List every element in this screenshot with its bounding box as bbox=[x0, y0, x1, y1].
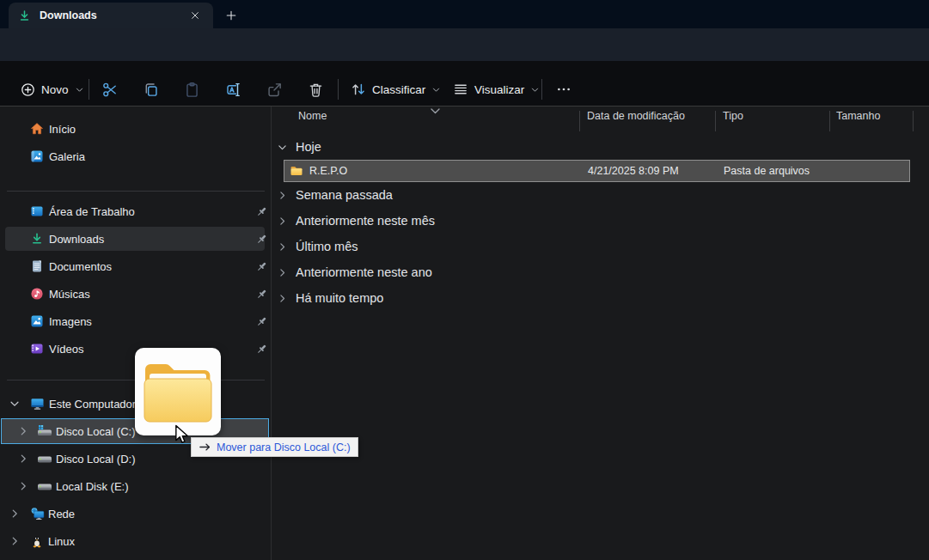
rename-button[interactable] bbox=[218, 78, 248, 100]
folder-icon bbox=[290, 164, 303, 178]
tab-close-icon[interactable] bbox=[186, 6, 205, 25]
list-lines-icon bbox=[453, 82, 468, 97]
scissors-icon bbox=[101, 82, 118, 98]
pin-icon bbox=[255, 343, 268, 356]
sidebar-item-downloads[interactable]: Downloads bbox=[0, 227, 271, 251]
sidebar-item-gallery[interactable]: Galeria bbox=[0, 144, 271, 168]
paste-button[interactable] bbox=[177, 78, 206, 100]
file-row-selected[interactable]: R.E.P.O 4/21/2025 8:09 PM Pasta de arqui… bbox=[284, 160, 910, 182]
sidebar-item-desktop[interactable]: Área de Trabalho bbox=[0, 199, 271, 223]
column-header-modified[interactable]: Data de modificação bbox=[587, 110, 685, 122]
chevron-down-icon bbox=[431, 85, 441, 94]
copy-icon bbox=[143, 82, 159, 98]
chevron-right-icon[interactable] bbox=[17, 425, 29, 437]
file-type: Pasta de arquivos bbox=[724, 165, 810, 177]
open-folder-icon bbox=[142, 357, 214, 426]
column-header-name[interactable]: Nome bbox=[298, 110, 327, 122]
file-modified: 4/21/2025 8:09 PM bbox=[588, 165, 679, 177]
share-button[interactable] bbox=[260, 78, 289, 100]
chevron-right-icon bbox=[277, 216, 288, 227]
system-drive-icon bbox=[37, 424, 52, 438]
music-icon bbox=[30, 287, 44, 301]
sort-arrows-icon bbox=[351, 82, 366, 97]
pictures-icon bbox=[30, 314, 44, 328]
file-name: R.E.P.O bbox=[309, 165, 347, 177]
tab-title: Downloads bbox=[40, 9, 97, 21]
delete-button[interactable] bbox=[301, 78, 330, 100]
group-header-last-month[interactable]: Último mês bbox=[277, 235, 358, 258]
view-button[interactable]: Visualizar bbox=[446, 78, 547, 100]
chevron-down-icon bbox=[277, 142, 288, 153]
file-explorer-window: Downloads Downloads bbox=[0, 0, 929, 560]
chevron-right-icon bbox=[277, 267, 288, 278]
sidebar-item-network[interactable]: Rede bbox=[0, 502, 271, 526]
linux-tux-icon bbox=[30, 534, 44, 548]
plus-circle-icon bbox=[21, 82, 35, 97]
network-icon bbox=[30, 507, 45, 520]
chevron-right-icon[interactable] bbox=[9, 535, 21, 547]
chevron-down-icon bbox=[530, 85, 540, 94]
toolbar-divider bbox=[541, 79, 542, 100]
trash-icon bbox=[308, 82, 324, 98]
drag-drop-tooltip: Mover para Disco Local (C:) bbox=[191, 437, 358, 457]
chevron-right-icon bbox=[277, 241, 288, 253]
column-divider[interactable] bbox=[829, 111, 830, 131]
chevron-right-icon[interactable] bbox=[17, 453, 29, 465]
sidebar-item-home[interactable]: Início bbox=[0, 117, 271, 141]
sidebar-content-divider bbox=[271, 107, 272, 560]
mouse-cursor bbox=[174, 424, 193, 445]
group-header-earlier-this-month[interactable]: Anteriormente neste mês bbox=[277, 210, 435, 232]
column-header-size[interactable]: Tamanho bbox=[836, 110, 880, 122]
videos-icon bbox=[30, 342, 44, 356]
column-divider[interactable] bbox=[913, 111, 914, 131]
group-header-earlier-this-year[interactable]: Anteriormente neste ano bbox=[277, 261, 432, 283]
column-divider[interactable] bbox=[579, 111, 580, 131]
new-tab-button[interactable] bbox=[220, 4, 242, 27]
chevron-down-icon[interactable] bbox=[9, 398, 21, 410]
sidebar-item-documents[interactable]: Documentos bbox=[0, 254, 271, 278]
sidebar-item-pictures[interactable]: Imagens bbox=[0, 309, 271, 333]
desktop-icon bbox=[30, 204, 44, 218]
clipboard-icon bbox=[184, 82, 200, 98]
drag-ghost bbox=[135, 348, 221, 435]
sidebar-item-music[interactable]: Músicas bbox=[0, 282, 271, 306]
move-arrow-icon bbox=[199, 441, 211, 453]
group-header-long-ago[interactable]: Há muito tempo bbox=[277, 287, 383, 309]
sort-button[interactable]: Classificar bbox=[344, 78, 448, 100]
chevron-right-icon bbox=[277, 190, 288, 201]
column-divider[interactable] bbox=[715, 111, 716, 131]
gallery-icon bbox=[30, 149, 44, 163]
cut-button[interactable] bbox=[95, 78, 124, 100]
chevron-right-icon[interactable] bbox=[17, 480, 29, 492]
drive-icon bbox=[37, 479, 52, 493]
download-icon bbox=[30, 232, 44, 246]
this-pc-icon bbox=[30, 397, 45, 411]
pin-icon bbox=[255, 260, 268, 273]
toolbar-divider bbox=[338, 79, 339, 100]
sidebar-section-divider bbox=[7, 191, 265, 192]
documents-icon bbox=[30, 259, 44, 273]
pin-icon bbox=[255, 233, 268, 246]
see-more-button[interactable] bbox=[549, 78, 578, 100]
group-header-last-week[interactable]: Semana passada bbox=[277, 184, 393, 206]
share-icon bbox=[266, 82, 283, 98]
group-header-today[interactable]: Hoje bbox=[277, 136, 321, 158]
pin-icon bbox=[255, 315, 268, 328]
chevron-right-icon[interactable] bbox=[9, 508, 21, 520]
column-header-type[interactable]: Tipo bbox=[723, 110, 743, 122]
sidebar-item-drive-e[interactable]: Local Disk (E:) bbox=[0, 474, 271, 498]
pin-icon bbox=[255, 205, 268, 218]
pin-icon bbox=[255, 288, 268, 301]
sort-ascending-icon bbox=[430, 107, 441, 115]
new-button[interactable]: Novo bbox=[14, 78, 91, 100]
home-icon bbox=[30, 122, 44, 136]
chevron-right-icon bbox=[277, 293, 288, 304]
navigation-bar: Downloads bbox=[0, 28, 929, 61]
download-icon bbox=[18, 9, 31, 22]
chevron-down-icon bbox=[75, 85, 84, 94]
copy-button[interactable] bbox=[136, 78, 165, 100]
rename-icon bbox=[225, 82, 241, 98]
sidebar-item-linux[interactable]: Linux bbox=[0, 529, 271, 553]
ellipsis-icon bbox=[556, 82, 571, 97]
tab-downloads[interactable]: Downloads bbox=[9, 3, 213, 28]
